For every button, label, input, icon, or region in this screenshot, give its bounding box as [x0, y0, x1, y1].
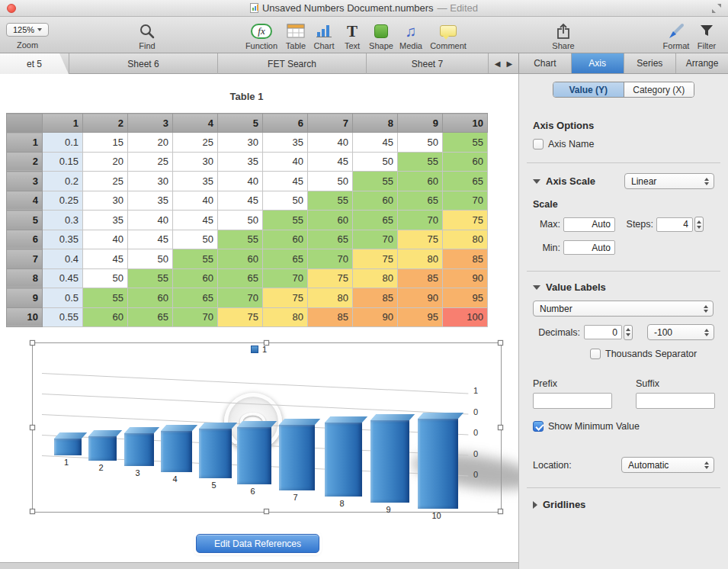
row-header[interactable]: 7 [7, 249, 43, 269]
table-cell[interactable]: 85 [443, 249, 488, 269]
disclosure-right-icon[interactable] [533, 501, 537, 509]
table-cell[interactable]: 35 [263, 133, 308, 153]
disclosure-down-icon[interactable] [533, 179, 540, 184]
column-header[interactable]: 9 [398, 114, 443, 133]
table-cell[interactable]: 55 [263, 211, 308, 230]
table-cell[interactable]: 0.4 [43, 249, 83, 269]
table-cell[interactable]: 0.55 [43, 307, 83, 327]
table-cell[interactable]: 60 [308, 211, 353, 230]
selection-handle[interactable] [498, 509, 503, 514]
table-cell[interactable]: 70 [173, 307, 218, 327]
table-cell[interactable]: 50 [218, 211, 263, 230]
table-cell[interactable]: 0.15 [43, 152, 83, 172]
table-cell[interactable]: 25 [83, 172, 128, 191]
table-cell[interactable]: 70 [443, 191, 488, 211]
table-cell[interactable]: 90 [353, 307, 398, 327]
table-cell[interactable]: 45 [263, 172, 308, 191]
tab-chart[interactable]: Chart [519, 53, 571, 73]
table-cell[interactable]: 0.35 [43, 230, 83, 249]
axis-name-checkbox[interactable] [533, 139, 544, 149]
table-cell[interactable]: 65 [218, 268, 263, 288]
chart-bar[interactable] [124, 427, 154, 466]
table-cell[interactable]: 85 [308, 307, 353, 327]
selection-handle[interactable] [264, 509, 269, 514]
chart-bar[interactable] [237, 421, 271, 484]
selection-handle[interactable] [30, 340, 35, 346]
table-cell[interactable]: 100 [443, 307, 488, 327]
table-cell[interactable]: 70 [398, 211, 443, 230]
show-minimum-checkbox[interactable] [533, 421, 544, 432]
table-cell[interactable]: 55 [173, 249, 218, 269]
row-header[interactable]: 2 [7, 152, 43, 172]
table-cell[interactable]: 35 [218, 152, 263, 172]
table-cell[interactable]: 0.1 [43, 133, 83, 153]
table-cell[interactable]: 95 [443, 288, 488, 308]
row-header[interactable]: 9 [7, 288, 43, 308]
table-cell[interactable]: 50 [308, 172, 353, 191]
table-cell[interactable]: 50 [83, 268, 128, 288]
chart-bar[interactable] [279, 419, 315, 490]
table-cell[interactable]: 60 [218, 249, 263, 269]
table-cell[interactable]: 0.3 [43, 211, 83, 230]
selection-handle[interactable] [30, 509, 35, 514]
table-cell[interactable]: 0.5 [43, 288, 83, 308]
disclosure-down-icon[interactable] [533, 285, 540, 290]
steps-stepper[interactable] [694, 217, 704, 232]
table-cell[interactable]: 40 [128, 211, 173, 230]
tab-axis[interactable]: Axis [571, 53, 624, 73]
table-cell[interactable]: 65 [263, 249, 308, 269]
table-cell[interactable]: 65 [128, 307, 173, 327]
table-cell[interactable]: 45 [83, 249, 128, 269]
table-cell[interactable]: 80 [443, 230, 488, 249]
chart-bar[interactable] [88, 430, 117, 461]
chart-bar[interactable] [54, 432, 82, 455]
column-header[interactable]: 6 [263, 114, 308, 133]
table-cell[interactable]: 60 [353, 191, 398, 211]
next-sheet-arrow[interactable]: ▶ [506, 59, 512, 68]
table-cell[interactable]: 75 [263, 288, 308, 308]
table-cell[interactable]: 50 [173, 230, 218, 249]
table-cell[interactable]: 40 [308, 133, 353, 153]
fullscreen-icon[interactable] [711, 3, 722, 14]
chart-bar[interactable] [325, 416, 362, 497]
sheet-tab-6[interactable]: Sheet 6 [69, 53, 217, 74]
table-cell[interactable]: 50 [128, 249, 173, 269]
chart[interactable]: 1 1000012345678910 [32, 342, 502, 513]
table-cell[interactable]: 45 [218, 191, 263, 211]
table-cell[interactable]: 20 [128, 133, 173, 153]
table-cell[interactable]: 45 [128, 230, 173, 249]
chart-bar[interactable] [199, 423, 232, 478]
column-header[interactable]: 1 [43, 114, 83, 133]
table-cell[interactable]: 80 [308, 288, 353, 308]
table-cell[interactable]: 0.2 [43, 172, 83, 191]
thousands-separator-checkbox[interactable] [590, 349, 601, 359]
table-cell[interactable]: 55 [128, 268, 173, 288]
table-cell[interactable]: 70 [353, 230, 398, 249]
table-cell[interactable]: 25 [128, 152, 173, 172]
row-header[interactable]: 5 [7, 211, 43, 230]
steps-field[interactable] [656, 217, 693, 232]
table-cell[interactable]: 35 [173, 172, 218, 191]
close-window-button[interactable] [7, 4, 16, 13]
column-header[interactable]: 5 [218, 114, 263, 133]
sheet-tab-5[interactable]: et 5 [0, 53, 69, 74]
table-cell[interactable]: 35 [83, 211, 128, 230]
prefix-field[interactable] [533, 393, 612, 409]
table-cell[interactable]: 25 [173, 133, 218, 153]
table-cell[interactable]: 60 [263, 230, 308, 249]
table-cell[interactable]: 45 [173, 211, 218, 230]
table-cell[interactable]: 75 [353, 249, 398, 269]
table-cell[interactable]: 60 [443, 152, 488, 172]
sheet-tab-fet-search[interactable]: FET Search [217, 53, 366, 74]
find-button[interactable]: Find [123, 21, 172, 50]
table-cell[interactable]: 80 [398, 249, 443, 269]
row-header[interactable]: 1 [7, 133, 43, 153]
table-cell[interactable]: 55 [218, 230, 263, 249]
table-cell[interactable]: 50 [398, 133, 443, 153]
comment-button[interactable]: Comment [424, 21, 473, 50]
table-cell[interactable]: 45 [308, 152, 353, 172]
table-cell[interactable]: 0.45 [43, 268, 83, 288]
table-cell[interactable]: 60 [83, 307, 128, 327]
table-cell[interactable]: 90 [443, 268, 488, 288]
segment-value-y[interactable]: Value (Y) [553, 82, 624, 97]
